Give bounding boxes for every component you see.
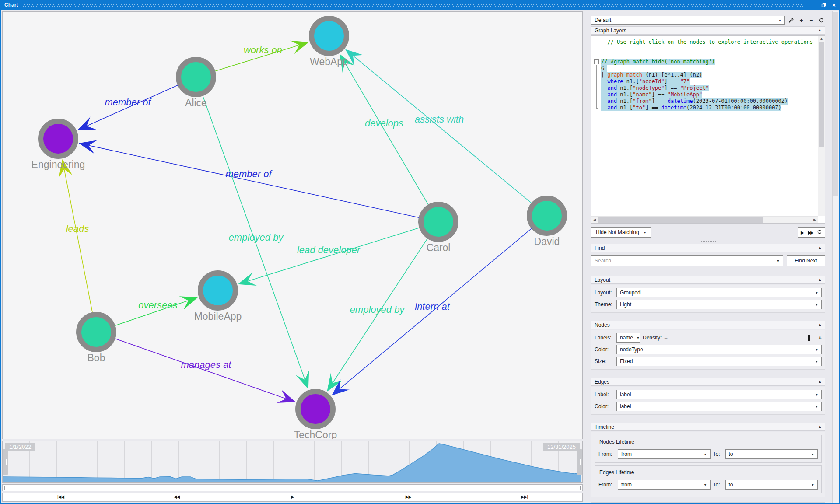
nodes-lifetime-to-combobox[interactable]: to ▼ — [725, 449, 818, 459]
scroll-up-icon[interactable]: ▲ — [818, 36, 825, 42]
from-label: From: — [598, 482, 615, 488]
skip-to-end-button[interactable]: ▶▶| — [521, 494, 528, 499]
edge-label: member of — [105, 97, 152, 108]
chevron-down-icon: ▼ — [812, 303, 818, 306]
edge-label-label: Label: — [595, 392, 614, 398]
chevron-down-icon: ▼ — [775, 19, 781, 22]
timeline-slider-handle-left[interactable] — [3, 485, 7, 490]
graph-node-engineering[interactable] — [41, 121, 76, 156]
section-header-graph-layers[interactable]: Graph Layers ▲ — [591, 26, 825, 35]
collapse-icon[interactable]: ▲ — [818, 380, 822, 384]
graph-node-alice[interactable] — [178, 60, 214, 94]
density-minus[interactable]: − — [664, 335, 668, 341]
query-code[interactable]: // Use right-click on the nodes to explo… — [592, 36, 818, 216]
section-header-find[interactable]: Find ▲ — [591, 244, 825, 252]
theme-combobox[interactable]: Light ▼ — [616, 300, 822, 309]
panel-splitter[interactable] — [591, 499, 825, 501]
node-label: David — [534, 236, 560, 247]
collapse-icon[interactable]: ▲ — [818, 425, 822, 429]
edge-label-combobox[interactable]: label ▼ — [616, 390, 822, 399]
step-back-button[interactable]: ◀◀ — [174, 494, 179, 499]
hide-not-matching-dropdown[interactable]: Hide Not Matching ▼ — [591, 227, 651, 238]
edge-label: employed by — [229, 232, 284, 243]
refresh-profile-icon[interactable] — [818, 17, 825, 24]
layout-combobox[interactable]: Grouped ▼ — [616, 288, 822, 298]
skip-to-start-button[interactable]: |◀◀ — [57, 494, 64, 499]
graph-node-webapp[interactable] — [312, 18, 346, 53]
timeline-range-handle-right[interactable] — [577, 449, 582, 475]
find-next-button[interactable]: Find Next — [787, 256, 825, 266]
timeline-range-handle-left[interactable] — [3, 449, 8, 475]
density-plus[interactable]: + — [818, 335, 822, 341]
nodes-lifetime-group: Nodes Lifetime From: from ▼ To: to ▼ — [595, 435, 822, 463]
restore-icon[interactable] — [818, 0, 829, 10]
scrollbar-thumb[interactable] — [598, 217, 763, 223]
section-header-layout[interactable]: Layout ▲ — [591, 276, 825, 284]
query-editor[interactable]: // Use right-click on the nodes to explo… — [591, 35, 825, 224]
scroll-left-icon[interactable]: ◀ — [592, 218, 598, 222]
density-slider[interactable] — [671, 338, 815, 338]
edit-profile-icon[interactable] — [788, 17, 795, 24]
edges-lifetime-to-combobox[interactable]: to ▼ — [725, 480, 818, 490]
editor-horizontal-scrollbar[interactable]: ◀ ▶ — [592, 216, 818, 223]
node-color-combobox[interactable]: nodeType ▼ — [616, 345, 822, 354]
graph-node-carol[interactable] — [421, 204, 456, 239]
fold-gutter — [594, 98, 601, 105]
section-header-nodes[interactable]: Nodes ▲ — [591, 321, 825, 329]
node-size-combobox[interactable]: Fixed ▼ — [616, 357, 822, 366]
collapse-icon[interactable]: ▲ — [818, 28, 822, 32]
collapse-icon[interactable]: ▲ — [818, 246, 822, 250]
chevron-down-icon: ▼ — [812, 393, 818, 396]
section-header-timeline[interactable]: Timeline ▲ — [591, 423, 825, 431]
graph-node-david[interactable] — [529, 198, 564, 233]
fold-gutter — [594, 91, 601, 98]
node-labels-combobox[interactable]: name ▼ — [616, 333, 640, 343]
nodes-section: Labels: name ▼ Density: − + Color: nod — [591, 330, 825, 370]
nodes-lifetime-from-combobox[interactable]: from ▼ — [618, 449, 710, 459]
section-header-properties[interactable]: Properties ▲ — [591, 502, 825, 503]
section-header-edges[interactable]: Edges ▲ — [591, 378, 825, 386]
add-profile-icon[interactable]: + — [798, 17, 805, 24]
graph-edge[interactable] — [345, 63, 438, 222]
timeline-slider[interactable] — [2, 484, 583, 491]
fold-collapse-icon[interactable]: − — [594, 60, 599, 64]
graph-node-mobileapp[interactable] — [200, 273, 235, 308]
minimize-icon[interactable]: − — [808, 0, 818, 10]
node-labels-label: Labels: — [595, 335, 614, 341]
graph-edge[interactable] — [89, 145, 438, 222]
remove-profile-icon[interactable]: − — [808, 17, 815, 24]
editor-vertical-scrollbar[interactable]: ▲ — [818, 36, 825, 216]
search-input[interactable]: Search ▼ — [591, 256, 783, 266]
collapse-icon[interactable]: ▲ — [818, 278, 822, 282]
graph-node-techcorp[interactable] — [298, 392, 333, 427]
node-label: MobileApp — [194, 311, 242, 322]
graph-node-bob[interactable] — [79, 315, 114, 350]
timeline-histogram[interactable]: 1/1/2022 12/31/2025 — [2, 441, 583, 483]
graph-canvas[interactable]: works onmember ofmember ofdevelopsassist… — [2, 11, 583, 439]
fold-gutter[interactable]: − — [594, 59, 601, 65]
edge-color-combobox[interactable]: label ▼ — [616, 402, 822, 411]
close-icon[interactable]: × — [829, 0, 839, 10]
scroll-right-icon[interactable]: ▶ — [812, 218, 818, 222]
graph-edge[interactable] — [196, 77, 305, 380]
edges-lifetime-from-combobox[interactable]: from ▼ — [618, 480, 710, 490]
refresh-query-icon[interactable] — [817, 229, 822, 235]
title-bar[interactable]: Chart − × — [1, 0, 839, 10]
graph-edge[interactable] — [353, 56, 547, 216]
scrollbar-thumb[interactable] — [819, 42, 824, 147]
collapse-icon[interactable]: ▲ — [818, 323, 822, 327]
timeline-area-chart — [3, 441, 581, 482]
graph-edge[interactable] — [64, 169, 96, 332]
chevron-down-icon: ▼ — [812, 291, 818, 294]
density-slider-thumb[interactable] — [808, 335, 810, 341]
play-button[interactable]: ▶ — [291, 494, 294, 499]
profile-combobox[interactable]: Default ▼ — [591, 16, 785, 24]
chevron-down-icon: ▼ — [812, 405, 818, 408]
step-forward-button[interactable]: ▶▶ — [406, 494, 411, 499]
run-query-icon[interactable]: ▶ — [801, 230, 804, 235]
panel-splitter[interactable] — [591, 240, 825, 243]
panel-scrollbar[interactable] — [832, 11, 839, 503]
edge-color-label: Color: — [595, 403, 614, 410]
timeline-slider-handle-right[interactable] — [578, 485, 582, 490]
run-all-icon[interactable]: ▶▶ — [808, 230, 813, 235]
